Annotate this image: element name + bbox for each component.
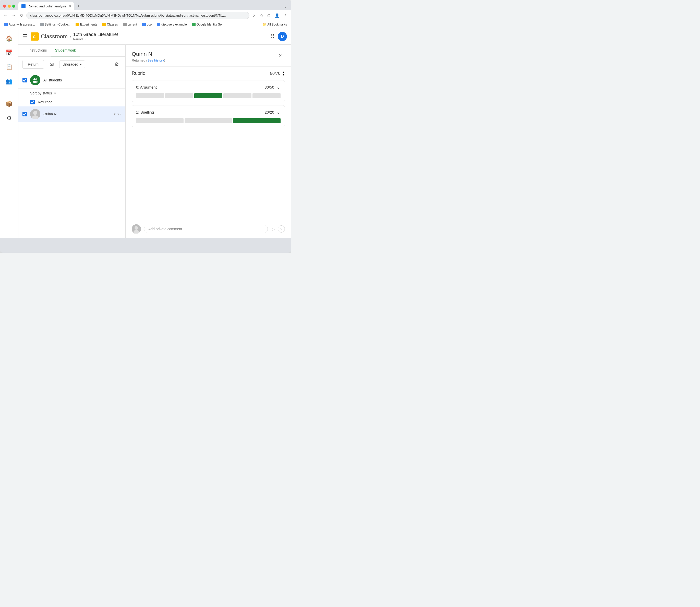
bookmark-icon xyxy=(142,23,146,26)
tab-favicon xyxy=(21,4,25,8)
cast-button[interactable]: ⊳ xyxy=(251,12,257,19)
user-avatar[interactable]: D xyxy=(278,32,287,41)
status-dropdown[interactable]: Ungraded ▾ xyxy=(59,61,85,68)
rating-seg-spell-1[interactable] xyxy=(136,118,184,123)
bookmark-button[interactable]: ☆ xyxy=(259,12,264,19)
comment-help-button[interactable]: ? xyxy=(278,225,285,233)
bookmark-google-identity[interactable]: Google Identity Se... xyxy=(190,22,226,27)
forward-button[interactable]: → xyxy=(11,12,17,19)
back-button[interactable]: ← xyxy=(3,12,9,19)
rating-seg-spell-2[interactable] xyxy=(185,118,232,123)
bookmark-icon xyxy=(157,23,160,26)
tab-close-icon[interactable]: × xyxy=(69,4,71,8)
bookmark-label: discovery example xyxy=(161,23,187,26)
private-comment-input[interactable] xyxy=(144,225,268,233)
bookmark-icon xyxy=(76,23,79,26)
tab-title: Romeo and Juliet analysis. xyxy=(27,4,67,8)
rubric-item-spelling-bar xyxy=(136,118,281,123)
dropdown-arrow-icon: ▾ xyxy=(80,62,82,66)
rubric-item-argument-chevron[interactable]: ⌄ xyxy=(276,84,281,90)
sidebar-item-people[interactable]: 👥 xyxy=(3,75,15,87)
sidebar-item-settings[interactable]: ⚙ xyxy=(3,112,15,124)
email-icon: ✉ xyxy=(49,61,54,67)
email-icon-button[interactable]: ✉ xyxy=(47,60,56,69)
bookmark-label: Apps with access... xyxy=(9,23,35,26)
rubric-item-spelling-score: 20/20 xyxy=(265,110,274,114)
returned-section-checkbox[interactable] xyxy=(30,100,35,104)
svg-text:C: C xyxy=(33,35,36,39)
hamburger-menu-icon[interactable]: ☰ xyxy=(22,33,27,40)
class-name: 10th Grade Literature! xyxy=(73,32,118,37)
browser-menu-icon[interactable]: ⌄ xyxy=(282,3,289,10)
rubric-item-spelling-chevron[interactable]: ⌄ xyxy=(276,109,281,115)
sidebar-item-archive[interactable]: 📦 xyxy=(3,98,15,110)
active-browser-tab[interactable]: Romeo and Juliet analysis. × xyxy=(18,2,74,10)
student-list-panel: Instructions Student work Return ✉ xyxy=(18,45,126,238)
bookmark-discovery[interactable]: discovery example xyxy=(155,22,188,27)
rating-seg-2[interactable] xyxy=(165,93,193,98)
see-history-link[interactable]: See history xyxy=(147,59,164,62)
all-students-icon xyxy=(30,75,40,85)
svg-point-3 xyxy=(35,78,37,80)
rubric-score-stepper[interactable]: ▲ ▼ xyxy=(282,71,285,76)
rubric-section: Rubric 50/70 ▲ ▼ 0: A xyxy=(126,67,291,220)
apps-grid-icon[interactable]: ⠿ xyxy=(271,33,275,40)
rating-seg-1[interactable] xyxy=(136,93,164,98)
tab-instructions[interactable]: Instructions xyxy=(24,45,51,57)
send-comment-button[interactable]: ▷ xyxy=(271,226,275,232)
student-checkbox[interactable] xyxy=(22,112,27,117)
profile-button[interactable]: 👤 xyxy=(274,12,281,19)
sidebar-item-calendar[interactable]: 📅 xyxy=(3,47,15,59)
svg-point-10 xyxy=(135,226,138,230)
close-detail-button[interactable]: × xyxy=(276,51,285,60)
bookmark-gcp[interactable]: gcp xyxy=(141,22,153,27)
traffic-light-red[interactable] xyxy=(3,5,6,8)
svg-point-2 xyxy=(34,78,36,80)
bookmark-label: current xyxy=(128,23,137,26)
bookmark-classes[interactable]: Classes xyxy=(101,22,120,27)
tab-student-work[interactable]: Student work xyxy=(51,45,80,57)
traffic-light-yellow[interactable] xyxy=(8,5,11,8)
score-down-icon: ▼ xyxy=(282,74,285,76)
settings-icon-button[interactable]: ⚙ xyxy=(112,60,121,69)
bookmark-experiments[interactable]: Experiments xyxy=(74,22,99,27)
student-submission-status: Draft xyxy=(114,112,121,116)
extensions-button[interactable]: ⬡ xyxy=(266,12,272,19)
bookmark-all[interactable]: 📁 All Bookmarks xyxy=(261,22,288,27)
rating-seg-5[interactable] xyxy=(252,93,281,98)
sidebar-item-home[interactable]: 🏠 xyxy=(3,33,15,45)
new-tab-button[interactable]: + xyxy=(75,3,82,10)
rubric-item-argument-header: 0: Argument 30/50 ⌄ xyxy=(136,84,281,90)
sidebar-item-assignments[interactable]: 📋 xyxy=(3,61,15,73)
main-area: ☰ C Classroom › 10th Grade Literature! P… xyxy=(18,28,291,238)
sort-dropdown-icon[interactable]: ▾ xyxy=(54,91,56,95)
bookmark-apps[interactable]: Apps with access... xyxy=(3,22,37,27)
rubric-item-spelling-title: 1: Spelling xyxy=(136,110,265,114)
reload-button[interactable]: ↻ xyxy=(19,12,24,19)
close-icon: × xyxy=(279,53,282,59)
student-name: Quinn N xyxy=(43,112,111,116)
rating-seg-spell-3[interactable] xyxy=(233,118,281,123)
bookmark-folder-icon: 📁 xyxy=(263,23,266,26)
bookmark-current[interactable]: current xyxy=(122,22,139,27)
sidebar-nav: 🏠 📅 📋 👥 📦 ⚙ xyxy=(0,28,18,238)
bookmark-label: Settings - Cookie... xyxy=(45,23,70,26)
archive-icon: 📦 xyxy=(6,101,13,107)
sort-row: Sort by status ▾ xyxy=(18,88,125,98)
rubric-item-argument-title: 0: Argument xyxy=(136,85,265,89)
student-row[interactable]: Quinn N Draft xyxy=(18,106,125,122)
return-button[interactable]: Return xyxy=(22,60,44,69)
rubric-title: Rubric xyxy=(132,71,270,76)
all-students-checkbox[interactable] xyxy=(22,78,27,82)
rubric-item-argument-score: 30/50 xyxy=(265,85,274,89)
traffic-light-green[interactable] xyxy=(12,5,15,8)
rating-seg-4[interactable] xyxy=(223,93,251,98)
rating-seg-3[interactable] xyxy=(194,93,222,98)
breadcrumb: › 10th Grade Literature! Period 3 xyxy=(70,32,118,41)
rubric-header: Rubric 50/70 ▲ ▼ xyxy=(132,71,285,76)
browser-menu-button[interactable]: ⋮ xyxy=(283,12,288,19)
sort-label: Sort by status xyxy=(30,91,52,95)
address-bar[interactable] xyxy=(26,12,249,19)
bookmark-settings[interactable]: Settings - Cookie... xyxy=(39,22,72,27)
detail-student-name: Quinn N xyxy=(132,51,276,58)
